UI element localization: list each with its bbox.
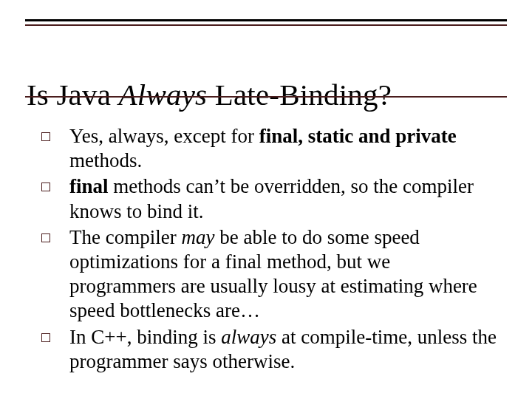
bullet-square-icon [41, 333, 50, 342]
list-item: In C++, binding is always at compile-tim… [41, 325, 499, 374]
list-item: The compiler may be able to do some spee… [41, 225, 499, 324]
bullet-text: final methods can’t be overridden, so th… [69, 174, 499, 223]
bullet-text: Yes, always, except for final, static an… [69, 124, 499, 173]
title-underline [25, 96, 507, 98]
top-rule-accent [25, 24, 507, 26]
bullet-square-icon [41, 183, 50, 191]
list-item: final methods can’t be overridden, so th… [41, 174, 499, 223]
title-post: Late-Binding? [207, 78, 392, 112]
bullet-list: Yes, always, except for final, static an… [41, 124, 499, 375]
title-pre: Is Java [27, 78, 119, 112]
bullet-square-icon [41, 233, 50, 242]
title-em: Always [119, 78, 208, 112]
top-rule [25, 19, 507, 21]
slide-title: Is Java Always Late-Binding? [27, 79, 505, 111]
bullet-text: The compiler may be able to do some spee… [69, 225, 499, 324]
bullet-text: In C++, binding is always at compile-tim… [69, 325, 499, 374]
list-item: Yes, always, except for final, static an… [41, 124, 499, 173]
bullet-square-icon [41, 132, 50, 141]
